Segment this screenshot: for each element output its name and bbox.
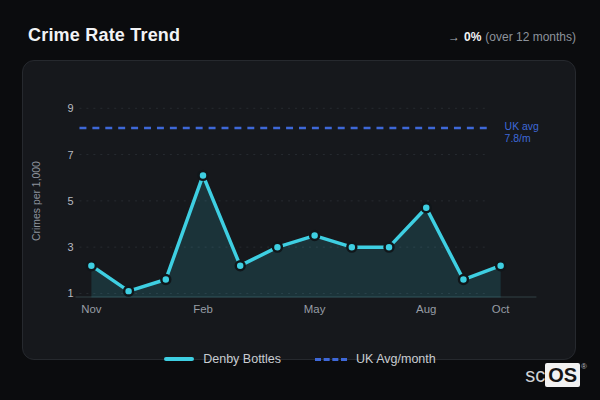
legend: Denby Bottles UK Avg/month: [0, 352, 600, 366]
legend-item-uk-avg[interactable]: UK Avg/month: [315, 352, 436, 366]
svg-text:7.8/m: 7.8/m: [505, 133, 531, 144]
dashed-line-swatch-icon: [315, 358, 347, 361]
page: Crime Rate Trend → 0% (over 12 months) 1…: [0, 0, 600, 400]
svg-text:Oct: Oct: [492, 303, 511, 315]
svg-text:Nov: Nov: [81, 303, 102, 315]
solid-line-swatch-icon: [164, 357, 194, 361]
brand-logo: sc OS ®: [525, 363, 587, 387]
svg-text:Aug: Aug: [416, 303, 436, 315]
legend-item-denby-bottles[interactable]: Denby Bottles: [164, 352, 281, 366]
logo-registered-mark: ®: [581, 363, 587, 371]
svg-text:UK avg: UK avg: [505, 121, 539, 132]
logo-box: OS: [545, 363, 580, 387]
legend-item-label: Denby Bottles: [203, 352, 281, 366]
svg-text:7: 7: [67, 149, 73, 161]
page-title: Crime Rate Trend: [28, 25, 180, 46]
legend-item-label: UK Avg/month: [356, 352, 436, 366]
trend-caption: (over 12 months): [485, 30, 576, 44]
logo-prefix: sc: [525, 363, 545, 387]
trend-arrow-icon: →: [448, 30, 460, 44]
svg-text:Crimes per 1,000: Crimes per 1,000: [31, 161, 42, 241]
svg-text:1: 1: [67, 287, 73, 299]
chart-canvas[interactable]: 13579Crimes per 1,000UK avg7.8/mNovFebMa…: [23, 61, 575, 359]
svg-text:3: 3: [67, 241, 73, 253]
svg-text:9: 9: [67, 102, 73, 114]
trend-value: 0%: [464, 30, 481, 44]
chart-panel: 13579Crimes per 1,000UK avg7.8/mNovFebMa…: [22, 60, 576, 360]
svg-text:5: 5: [67, 195, 73, 207]
svg-text:May: May: [304, 303, 326, 315]
svg-text:Feb: Feb: [193, 303, 213, 315]
trend-indicator: → 0% (over 12 months): [448, 30, 576, 44]
